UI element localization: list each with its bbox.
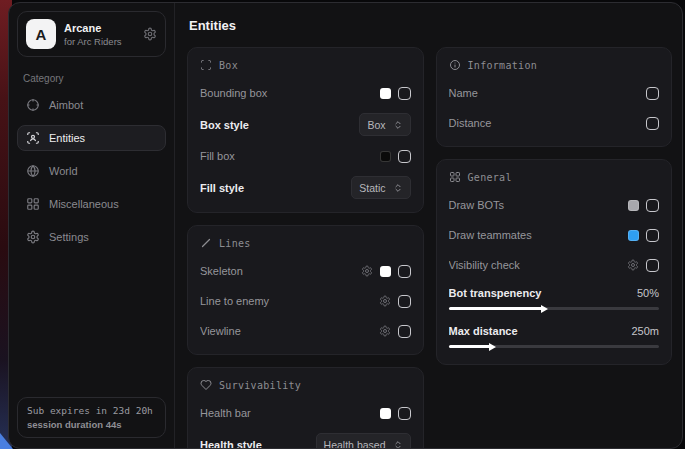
sidebar-item-aimbot[interactable]: Aimbot bbox=[17, 92, 166, 118]
row-draw-teammates: Draw teammates bbox=[449, 225, 660, 245]
row-name: Name bbox=[449, 83, 660, 103]
panel-general: General Draw BOTs Draw teammates bbox=[436, 159, 673, 365]
session-duration-text: session duration 44s bbox=[27, 419, 156, 430]
sidebar-nav: Aimbot Entities World Miscellaneous Sett… bbox=[17, 92, 166, 250]
draw-teammates-color-swatch[interactable] bbox=[628, 230, 639, 241]
brand-card: A Arcane for Arc Riders bbox=[17, 11, 166, 57]
sidebar-item-label: World bbox=[49, 165, 78, 177]
visibility-check-config-gear-icon[interactable] bbox=[627, 259, 639, 271]
globe-icon bbox=[26, 164, 40, 178]
skeleton-checkbox[interactable] bbox=[398, 265, 411, 278]
desktop-background: A Arcane for Arc Riders Category Aimbot … bbox=[0, 0, 685, 449]
layout-grid-icon bbox=[449, 171, 461, 183]
box-style-dropdown[interactable]: Box bbox=[359, 113, 410, 136]
info-icon bbox=[449, 59, 461, 71]
sidebar: A Arcane for Arc Riders Category Aimbot … bbox=[9, 3, 175, 448]
skeleton-color-swatch[interactable] bbox=[380, 266, 391, 277]
brand-logo: A bbox=[26, 19, 56, 49]
brand-title: Arcane bbox=[64, 22, 122, 34]
panel-title: Information bbox=[468, 60, 538, 71]
distance-checkbox[interactable] bbox=[646, 117, 659, 130]
row-health-bar: Health bar bbox=[200, 403, 411, 423]
panel-lines: Lines Skeleton Line bbox=[187, 225, 424, 355]
row-fill-box: Fill box bbox=[200, 146, 411, 166]
diagonal-line-icon bbox=[200, 237, 212, 249]
row-line-to-enemy: Line to enemy bbox=[200, 291, 411, 311]
bot-transparency-slider-track[interactable] bbox=[449, 307, 660, 310]
fill-style-dropdown[interactable]: Static bbox=[351, 176, 410, 199]
panel-information: Information Name Distance bbox=[436, 47, 673, 147]
panel-survivability: Survivability Health bar Health style bbox=[187, 367, 424, 449]
panel-title: Lines bbox=[219, 238, 251, 249]
slider-thumb[interactable] bbox=[541, 305, 548, 313]
sidebar-item-label: Aimbot bbox=[49, 99, 83, 111]
sidebar-item-miscellaneous[interactable]: Miscellaneous bbox=[17, 191, 166, 217]
scan-brackets-icon bbox=[200, 59, 212, 71]
row-bounding-box: Bounding box bbox=[200, 83, 411, 103]
slider-fill bbox=[449, 307, 544, 310]
health-style-dropdown[interactable]: Health based bbox=[316, 433, 411, 449]
page-title: Entities bbox=[189, 18, 672, 33]
row-skeleton: Skeleton bbox=[200, 261, 411, 281]
panel-title: Box bbox=[219, 60, 238, 71]
slider-thumb[interactable] bbox=[489, 343, 496, 351]
slider-fill bbox=[449, 345, 491, 348]
sidebar-item-label: Miscellaneous bbox=[49, 198, 119, 210]
sidebar-item-settings[interactable]: Settings bbox=[17, 224, 166, 250]
bounding-box-color-swatch[interactable] bbox=[380, 88, 391, 99]
panel-title: General bbox=[468, 172, 512, 183]
brand-subtitle: for Arc Riders bbox=[64, 36, 122, 47]
layout-grid-icon bbox=[26, 197, 40, 211]
max-distance-slider-track[interactable] bbox=[449, 345, 660, 348]
crosshair-icon bbox=[26, 98, 40, 112]
health-bar-checkbox[interactable] bbox=[398, 407, 411, 420]
draw-bots-checkbox[interactable] bbox=[646, 199, 659, 212]
sub-expires-text: Sub expires in 23d 20h bbox=[27, 405, 156, 416]
row-box-style: Box style Box bbox=[200, 113, 411, 136]
dropdown-value: Health based bbox=[324, 439, 386, 449]
gear-icon bbox=[26, 230, 40, 244]
row-draw-bots: Draw BOTs bbox=[449, 195, 660, 215]
slider-value: 250m bbox=[631, 325, 659, 337]
slider-bot-transparency: Bot transpenency 50% bbox=[449, 287, 660, 313]
main-content: Entities Box Bounding box bbox=[175, 3, 682, 448]
fill-box-checkbox[interactable] bbox=[398, 150, 411, 163]
health-bar-color-swatch[interactable] bbox=[380, 408, 391, 419]
chevrons-up-down-icon bbox=[393, 440, 403, 449]
draw-teammates-checkbox[interactable] bbox=[646, 229, 659, 242]
sidebar-item-world[interactable]: World bbox=[17, 158, 166, 184]
chevrons-up-down-icon bbox=[393, 120, 403, 130]
row-viewline: Viewline bbox=[200, 321, 411, 341]
panel-box: Box Bounding box Box style bbox=[187, 47, 424, 213]
slider-max-distance: Max distance 250m bbox=[449, 325, 660, 351]
chevrons-up-down-icon bbox=[393, 183, 403, 193]
line-to-enemy-checkbox[interactable] bbox=[398, 295, 411, 308]
draw-bots-color-swatch[interactable] bbox=[628, 200, 639, 211]
dropdown-value: Box bbox=[367, 119, 385, 131]
bounding-box-checkbox[interactable] bbox=[398, 87, 411, 100]
row-health-style: Health style Health based bbox=[200, 433, 411, 449]
sidebar-item-label: Entities bbox=[49, 132, 85, 144]
line-to-enemy-config-gear-icon[interactable] bbox=[379, 295, 391, 307]
person-scan-icon bbox=[26, 131, 40, 145]
subscription-status-card: Sub expires in 23d 20h session duration … bbox=[17, 397, 166, 438]
panel-title: Survivability bbox=[219, 380, 301, 391]
viewline-config-gear-icon[interactable] bbox=[379, 325, 391, 337]
skeleton-config-gear-icon[interactable] bbox=[361, 265, 373, 277]
sidebar-item-label: Settings bbox=[49, 231, 89, 243]
row-distance: Distance bbox=[449, 113, 660, 133]
slider-value: 50% bbox=[637, 287, 659, 299]
app-window: A Arcane for Arc Riders Category Aimbot … bbox=[8, 2, 683, 449]
dropdown-value: Static bbox=[359, 182, 385, 194]
sidebar-item-entities[interactable]: Entities bbox=[17, 125, 166, 151]
viewline-checkbox[interactable] bbox=[398, 325, 411, 338]
visibility-check-checkbox[interactable] bbox=[646, 259, 659, 272]
row-visibility-check: Visibility check bbox=[449, 255, 660, 275]
brand-settings-gear-icon[interactable] bbox=[143, 27, 157, 41]
name-checkbox[interactable] bbox=[646, 87, 659, 100]
fill-box-color-swatch[interactable] bbox=[380, 151, 391, 162]
heart-icon bbox=[200, 379, 212, 391]
category-label: Category bbox=[23, 73, 160, 84]
row-fill-style: Fill style Static bbox=[200, 176, 411, 199]
